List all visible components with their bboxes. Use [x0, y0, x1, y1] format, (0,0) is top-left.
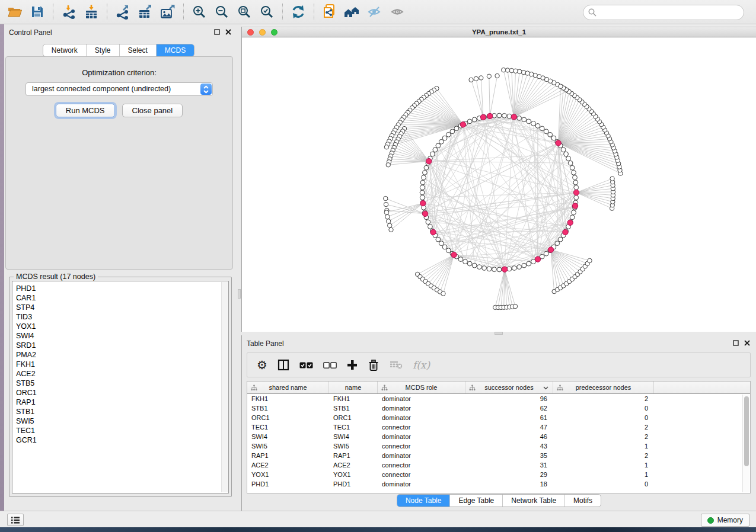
table-row[interactable]: PHD1PHD1dominator180 — [247, 479, 750, 489]
table-scrollbar[interactable] — [742, 395, 749, 492]
export-image-button[interactable] — [157, 2, 179, 21]
zoom-in-button[interactable] — [188, 2, 210, 21]
select-all-button checked-boxes-icon[interactable] — [299, 362, 313, 368]
mcds-result-item[interactable]: STB1 — [16, 407, 228, 416]
window-zoom-button[interactable] — [271, 29, 277, 36]
mcds-result-item[interactable]: ORC1 — [16, 388, 228, 398]
table-cell[interactable]: 0 — [553, 479, 654, 489]
table-cell[interactable]: dominator — [378, 413, 465, 422]
table-row[interactable]: TEC1TEC1connector472 — [247, 422, 750, 432]
tab-network[interactable]: Network — [43, 44, 86, 56]
zoom-selected-button[interactable] — [256, 2, 278, 21]
table-cell[interactable]: 31 — [465, 460, 553, 470]
network-canvas[interactable] — [242, 38, 756, 332]
table-cell[interactable]: ORC1 — [329, 413, 378, 422]
network-graph[interactable] — [242, 38, 756, 332]
mcds-result-item[interactable]: STP4 — [16, 303, 228, 312]
tab-style[interactable]: Style — [86, 44, 119, 56]
table-cell[interactable]: 1 — [553, 441, 654, 451]
mcds-result-item[interactable]: PHD1 — [16, 284, 228, 293]
float-window-icon[interactable] — [214, 29, 220, 35]
mcds-result-item[interactable]: TID3 — [16, 312, 228, 322]
table-cell[interactable]: PHD1 — [329, 479, 378, 489]
table-cell[interactable]: STB1 — [329, 403, 378, 413]
table-cell[interactable]: 2 — [553, 394, 654, 403]
float-window-icon[interactable] — [733, 340, 739, 346]
mcds-result-item[interactable]: SWI4 — [16, 331, 228, 341]
table-cell[interactable]: dominator — [378, 451, 465, 460]
first-neighbors-button[interactable] — [341, 2, 363, 21]
column-header-name[interactable]: name — [329, 382, 378, 393]
mcds-result-list[interactable]: PHD1CAR1STP4TID3YOX1SWI4SRD1PMA2FKH1ACE2… — [12, 281, 229, 493]
show-hide-columns-button columns-icon[interactable] — [277, 359, 289, 371]
table-cell[interactable]: 1 — [553, 470, 654, 479]
delete-table-button table-delete-icon[interactable] — [390, 361, 403, 369]
duplicate-network-button[interactable] — [318, 2, 341, 21]
table-row[interactable]: ORC1ORC1dominator610 — [247, 413, 750, 422]
table-cell[interactable]: 35 — [465, 451, 553, 460]
table-cell[interactable]: SWI5 — [247, 441, 329, 451]
export-table-button[interactable] — [134, 2, 157, 21]
mcds-result-item[interactable]: STB5 — [16, 379, 228, 388]
table-cell[interactable]: 46 — [465, 432, 553, 441]
mcds-result-item[interactable]: GCR1 — [16, 435, 228, 445]
table-cell[interactable]: RAP1 — [329, 451, 378, 460]
table-cell[interactable]: dominator — [378, 403, 465, 413]
show-panels-button[interactable] — [7, 514, 24, 526]
vertical-splitter[interactable] — [237, 24, 241, 511]
table-row[interactable]: ACE2ACE2connector311 — [247, 460, 750, 470]
refresh-button[interactable] — [287, 2, 310, 21]
table-cell[interactable]: connector — [378, 422, 465, 432]
close-panel-button[interactable]: Close panel — [122, 104, 183, 117]
mcds-result-item[interactable]: RAP1 — [16, 398, 228, 407]
table-cell[interactable]: 2 — [553, 432, 654, 441]
column-header-predecessor-nodes[interactable]: predecessor nodes — [553, 382, 654, 393]
tab-node-table[interactable]: Node Table — [397, 495, 450, 507]
close-panel-icon[interactable] — [744, 340, 750, 346]
table-cell[interactable]: 96 — [465, 394, 553, 403]
table-cell[interactable]: TEC1 — [247, 422, 329, 432]
criterion-dropdown[interactable]: largest connected component (undirected) — [25, 82, 213, 96]
table-cell[interactable]: TEC1 — [329, 422, 378, 432]
table-row[interactable]: FKH1FKH1dominator962 — [247, 394, 750, 403]
window-close-button[interactable] — [247, 29, 254, 36]
column-header-successor-nodes[interactable]: successor nodes — [465, 382, 553, 393]
mcds-result-item[interactable]: YOX1 — [16, 322, 228, 331]
tab-network-table[interactable]: Network Table — [502, 495, 564, 507]
tab-edge-table[interactable]: Edge Table — [449, 495, 502, 507]
import-table-button[interactable] — [80, 2, 103, 21]
table-cell[interactable]: 47 — [465, 422, 553, 432]
column-header-mcds-role[interactable]: MCDS role — [378, 382, 465, 393]
table-row[interactable]: YOX1YOX1connector291 — [247, 470, 750, 479]
table-cell[interactable]: FKH1 — [329, 394, 378, 403]
table-cell[interactable]: SWI4 — [329, 432, 378, 441]
mcds-list-scrollbar[interactable] — [221, 282, 228, 492]
table-cell[interactable]: 29 — [465, 470, 553, 479]
table-cell[interactable]: YOX1 — [247, 470, 329, 479]
table-cell[interactable]: 1 — [553, 460, 654, 470]
table-cell[interactable]: ACE2 — [329, 460, 378, 470]
network-window-titlebar[interactable]: YPA_prune.txt_1 — [242, 27, 756, 37]
vertical-splitter-grip[interactable] — [238, 289, 241, 299]
create-column-button plus-icon[interactable] — [347, 360, 358, 370]
table-cell[interactable]: RAP1 — [247, 451, 329, 460]
zoom-fit-button[interactable] — [233, 2, 256, 21]
search-input[interactable] — [599, 7, 744, 18]
mcds-result-item[interactable]: TEC1 — [16, 426, 228, 435]
tab-select[interactable]: Select — [119, 44, 156, 56]
table-cell[interactable]: ACE2 — [247, 460, 329, 470]
table-cell[interactable]: SWI5 — [329, 441, 378, 451]
zoom-out-button[interactable] — [210, 2, 233, 21]
table-cell[interactable]: dominator — [378, 394, 465, 403]
table-row[interactable]: SWI4SWI4dominator462 — [247, 432, 750, 441]
open-session-button[interactable] — [4, 2, 26, 21]
import-network-button[interactable] — [58, 2, 80, 21]
table-cell[interactable]: PHD1 — [247, 479, 329, 489]
mcds-result-item[interactable]: ACE2 — [16, 369, 228, 379]
table-row[interactable]: RAP1RAP1dominator352 — [247, 451, 750, 460]
table-cell[interactable]: dominator — [378, 479, 465, 489]
horizontal-splitter-grip[interactable] — [495, 332, 503, 335]
save-session-button[interactable] — [26, 2, 49, 21]
export-network-button[interactable] — [111, 2, 134, 21]
deselect-all-button unchecked-boxes-icon[interactable] — [323, 362, 337, 368]
